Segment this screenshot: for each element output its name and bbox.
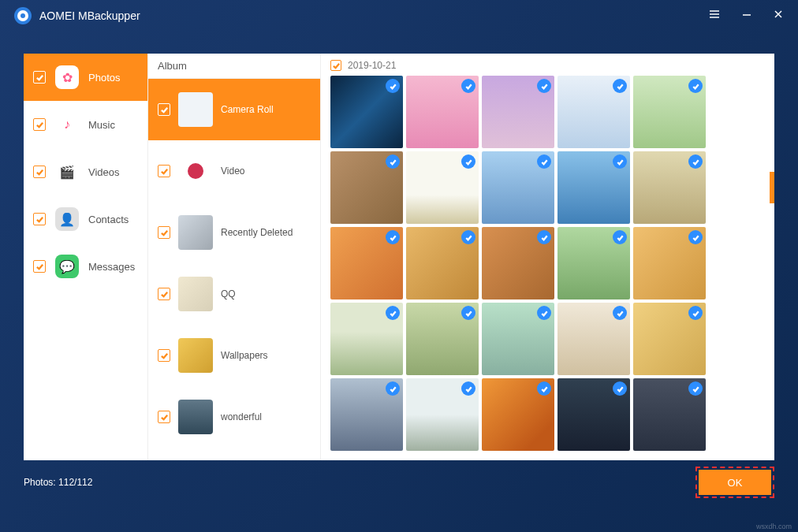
contacts-icon: 👤: [55, 207, 79, 231]
category-label: Music: [88, 119, 115, 131]
title-left: AOMEI MBackupper: [14, 7, 140, 24]
selected-check-icon[interactable]: [688, 306, 703, 320]
category-contacts[interactable]: 👤Contacts: [24, 195, 147, 243]
photo-tile[interactable]: [406, 227, 479, 299]
album-label: Camera Roll: [221, 104, 274, 115]
selected-check-icon[interactable]: [613, 381, 627, 396]
category-messages[interactable]: 💬Messages: [24, 243, 147, 290]
checkbox-icon[interactable]: [158, 288, 170, 300]
photo-tile[interactable]: [406, 378, 479, 451]
photo-tile[interactable]: [482, 151, 554, 224]
checkbox-icon[interactable]: [158, 411, 170, 423]
photo-tile[interactable]: [557, 151, 630, 224]
selected-check-icon[interactable]: [537, 306, 551, 320]
checkbox-icon[interactable]: [33, 260, 46, 273]
photo-tile[interactable]: [557, 76, 630, 148]
selected-check-icon[interactable]: [386, 381, 400, 396]
album-label: QQ: [221, 288, 236, 299]
checkbox-icon[interactable]: [33, 71, 46, 84]
close-icon[interactable]: [773, 9, 784, 23]
list-view-icon[interactable]: [708, 8, 721, 24]
photo-tile[interactable]: [330, 227, 403, 299]
checkbox-icon[interactable]: [158, 226, 170, 239]
date-group-row[interactable]: 2019-10-21: [330, 60, 765, 71]
selected-check-icon[interactable]: [613, 306, 627, 320]
selected-check-icon[interactable]: [537, 381, 551, 396]
photo-tile[interactable]: [557, 303, 630, 375]
photo-tile[interactable]: [482, 378, 554, 451]
photo-tile[interactable]: [482, 76, 554, 148]
photo-tile[interactable]: [330, 303, 403, 375]
album-wonderful[interactable]: wonderful: [148, 386, 320, 448]
selected-check-icon[interactable]: [461, 79, 475, 93]
window-controls: [708, 8, 784, 24]
selected-check-icon[interactable]: [613, 230, 627, 244]
date-checkbox-icon[interactable]: [330, 60, 341, 71]
photo-tile[interactable]: [633, 378, 706, 451]
selected-check-icon[interactable]: [461, 381, 475, 396]
category-label: Contacts: [88, 214, 129, 225]
date-label: 2019-10-21: [348, 60, 396, 71]
checkbox-icon[interactable]: [158, 349, 170, 362]
selected-check-icon[interactable]: [537, 154, 551, 169]
photo-tile[interactable]: [633, 151, 706, 224]
selected-check-icon[interactable]: [688, 79, 703, 93]
category-music[interactable]: ♪Music: [24, 101, 147, 148]
videos-icon: 🎬: [55, 160, 79, 184]
main-panel: ✿Photos♪Music🎬Videos👤Contacts💬Messages A…: [24, 54, 774, 460]
scrollbar-thumb[interactable]: [770, 172, 774, 203]
photo-tile[interactable]: [633, 227, 706, 299]
selected-check-icon[interactable]: [688, 154, 703, 169]
selected-check-icon[interactable]: [461, 306, 475, 320]
album-header: Album: [148, 54, 320, 79]
album-camera-roll[interactable]: Camera Roll: [148, 79, 320, 140]
status-text: Photos: 112/112: [24, 477, 92, 488]
photo-tile[interactable]: [406, 151, 479, 224]
selected-check-icon[interactable]: [386, 154, 400, 169]
photo-tile[interactable]: [330, 76, 403, 148]
selected-check-icon[interactable]: [688, 230, 703, 244]
album-list: Album Camera RollVideoRecently DeletedQQ…: [148, 54, 321, 460]
watermark: wsxdh.com: [756, 523, 792, 530]
photo-tile[interactable]: [557, 378, 630, 451]
selected-check-icon[interactable]: [461, 154, 475, 169]
album-label: Recently Deleted: [221, 227, 293, 238]
checkbox-icon[interactable]: [33, 118, 46, 131]
selected-check-icon[interactable]: [461, 230, 475, 244]
selected-check-icon[interactable]: [688, 381, 703, 396]
minimize-icon[interactable]: [741, 9, 752, 23]
photo-tile[interactable]: [330, 151, 403, 224]
category-videos[interactable]: 🎬Videos: [24, 148, 147, 195]
selected-check-icon[interactable]: [386, 79, 400, 93]
selected-check-icon[interactable]: [386, 230, 400, 244]
selected-check-icon[interactable]: [537, 79, 551, 93]
selected-check-icon[interactable]: [386, 306, 400, 320]
photos-icon: ✿: [55, 65, 79, 89]
album-video[interactable]: Video: [148, 140, 320, 202]
selected-check-icon[interactable]: [537, 230, 551, 244]
selected-check-icon[interactable]: [613, 154, 627, 169]
checkbox-icon[interactable]: [33, 166, 46, 178]
album-qq[interactable]: QQ: [148, 263, 320, 325]
album-thumb: [178, 154, 213, 188]
photo-tile[interactable]: [482, 227, 554, 299]
album-label: Wallpapers: [221, 350, 268, 361]
category-photos[interactable]: ✿Photos: [24, 54, 147, 101]
checkbox-icon[interactable]: [33, 213, 46, 225]
photo-tile[interactable]: [406, 76, 479, 148]
photo-tile[interactable]: [482, 303, 554, 375]
photo-tile[interactable]: [330, 378, 403, 451]
ok-button[interactable]: OK: [699, 470, 771, 495]
checkbox-icon[interactable]: [158, 165, 170, 177]
checkbox-icon[interactable]: [158, 103, 170, 116]
photo-tile[interactable]: [633, 76, 706, 148]
photo-grid-wrap: 2019-10-21: [321, 54, 774, 460]
selected-check-icon[interactable]: [613, 79, 627, 93]
photo-tile[interactable]: [406, 303, 479, 375]
photo-tile[interactable]: [557, 227, 630, 299]
album-recently-deleted[interactable]: Recently Deleted: [148, 202, 320, 263]
photo-tile[interactable]: [633, 303, 706, 375]
app-title: AOMEI MBackupper: [39, 9, 140, 22]
album-wallpapers[interactable]: Wallpapers: [148, 325, 320, 386]
album-label: wonderful: [221, 411, 262, 422]
